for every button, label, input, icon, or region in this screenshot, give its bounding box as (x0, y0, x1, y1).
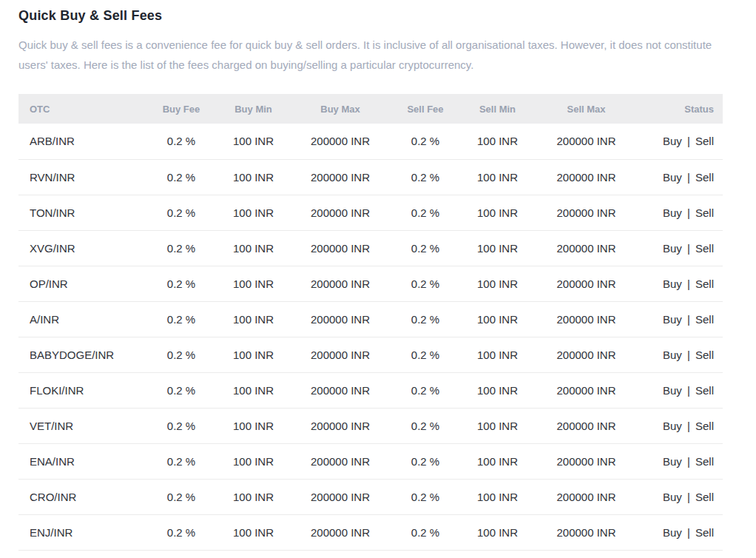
sell-link[interactable]: Sell (695, 242, 714, 255)
sell-link[interactable]: Sell (695, 135, 714, 147)
sell-link[interactable]: Sell (695, 491, 714, 503)
buy-fee-cell: 0.2 % (144, 124, 218, 159)
sell-min-cell: 100 INR (459, 266, 536, 301)
table-row: CRO/INR 0.2 % 100 INR 200000 INR 0.2 % 1… (18, 479, 723, 514)
buy-fee-cell: 0.2 % (144, 337, 218, 372)
status-cell: Buy | Sell (636, 514, 723, 550)
buy-link[interactable]: Buy (663, 420, 682, 432)
table-header-row: OTC Buy Fee Buy Min Buy Max Sell Fee Sel… (18, 94, 723, 124)
status-divider: | (687, 526, 690, 539)
buy-link[interactable]: Buy (663, 242, 682, 255)
pair-cell: TON/INR (18, 195, 144, 230)
buy-link[interactable]: Buy (663, 455, 682, 468)
buy-link[interactable]: Buy (663, 349, 682, 361)
buy-min-cell: 100 INR (218, 408, 288, 443)
buy-max-cell: 200000 INR (288, 301, 392, 337)
sell-min-cell: 100 INR (459, 372, 536, 408)
sell-link[interactable]: Sell (695, 526, 714, 539)
column-header-buy-fee: Buy Fee (144, 94, 218, 124)
pair-cell: OP/INR (18, 266, 144, 301)
sell-min-cell: 100 INR (459, 479, 536, 514)
buy-min-cell: 100 INR (218, 159, 288, 195)
buy-max-cell: 200000 INR (288, 230, 392, 266)
pair-cell: FLOKI/INR (18, 372, 144, 408)
buy-max-cell: 200000 INR (288, 443, 392, 479)
status-divider: | (687, 491, 690, 503)
sell-max-cell: 200000 INR (536, 230, 636, 266)
quick-buy-sell-fees-page: Quick Buy & Sell Fees Quick buy & sell f… (0, 0, 756, 558)
buy-max-cell: 200000 INR (288, 159, 392, 195)
buy-link[interactable]: Buy (663, 206, 682, 219)
sell-min-cell: 100 INR (459, 443, 536, 479)
pair-cell: VET/INR (18, 408, 144, 443)
sell-fee-cell: 0.2 % (392, 479, 459, 514)
sell-link[interactable]: Sell (695, 455, 714, 468)
status-divider: | (687, 242, 690, 255)
buy-max-cell: 200000 INR (288, 372, 392, 408)
status-cell: Buy | Sell (636, 301, 723, 337)
status-cell: Buy | Sell (636, 195, 723, 230)
status-cell: Buy | Sell (636, 266, 723, 301)
status-divider: | (687, 171, 690, 184)
buy-fee-cell: 0.2 % (144, 514, 218, 550)
buy-fee-cell: 0.2 % (144, 479, 218, 514)
column-header-buy-max: Buy Max (288, 94, 392, 124)
status-divider: | (687, 206, 690, 219)
sell-min-cell: 100 INR (459, 408, 536, 443)
sell-link[interactable]: Sell (695, 278, 714, 290)
buy-fee-cell: 0.2 % (144, 408, 218, 443)
sell-fee-cell: 0.2 % (392, 195, 459, 230)
status-cell: Buy | Sell (636, 408, 723, 443)
buy-link[interactable]: Buy (663, 313, 682, 326)
sell-link[interactable]: Sell (695, 420, 714, 432)
status-divider: | (687, 384, 690, 397)
status-cell: Buy | Sell (636, 479, 723, 514)
sell-link[interactable]: Sell (695, 313, 714, 326)
buy-fee-cell: 0.2 % (144, 301, 218, 337)
sell-min-cell: 100 INR (459, 301, 536, 337)
buy-min-cell: 100 INR (218, 337, 288, 372)
sell-min-cell: 100 INR (459, 514, 536, 550)
sell-min-cell: 100 INR (459, 159, 536, 195)
pair-cell: ENA/INR (18, 443, 144, 479)
pair-cell: RVN/INR (18, 159, 144, 195)
status-divider: | (687, 455, 690, 468)
buy-link[interactable]: Buy (663, 491, 682, 503)
sell-link[interactable]: Sell (695, 206, 714, 219)
buy-link[interactable]: Buy (663, 278, 682, 290)
sell-max-cell: 200000 INR (536, 124, 636, 159)
sell-link[interactable]: Sell (695, 349, 714, 361)
buy-link[interactable]: Buy (663, 171, 682, 184)
table-row: A/INR 0.2 % 100 INR 200000 INR 0.2 % 100… (18, 301, 723, 337)
pair-cell: A/INR (18, 301, 144, 337)
status-cell: Buy | Sell (636, 230, 723, 266)
sell-fee-cell: 0.2 % (392, 408, 459, 443)
status-cell: Buy | Sell (636, 443, 723, 479)
column-header-sell-fee: Sell Fee (392, 94, 459, 124)
status-cell: Buy | Sell (636, 337, 723, 372)
buy-min-cell: 100 INR (218, 443, 288, 479)
sell-max-cell: 200000 INR (536, 337, 636, 372)
buy-max-cell: 200000 INR (288, 195, 392, 230)
sell-max-cell: 200000 INR (536, 479, 636, 514)
status-cell: Buy | Sell (636, 372, 723, 408)
buy-link[interactable]: Buy (663, 135, 682, 147)
column-header-otc: OTC (18, 94, 144, 124)
table-row: FLOKI/INR 0.2 % 100 INR 200000 INR 0.2 %… (18, 372, 723, 408)
sell-link[interactable]: Sell (695, 384, 714, 397)
buy-link[interactable]: Buy (663, 384, 682, 397)
sell-max-cell: 200000 INR (536, 159, 636, 195)
buy-min-cell: 100 INR (218, 479, 288, 514)
status-cell: Buy | Sell (636, 159, 723, 195)
table-row: RVN/INR 0.2 % 100 INR 200000 INR 0.2 % 1… (18, 159, 723, 195)
table-row: XVG/INR 0.2 % 100 INR 200000 INR 0.2 % 1… (18, 230, 723, 266)
column-header-sell-min: Sell Min (459, 94, 536, 124)
status-divider: | (687, 313, 690, 326)
sell-min-cell: 100 INR (459, 124, 536, 159)
table-row: ARB/INR 0.2 % 100 INR 200000 INR 0.2 % 1… (18, 124, 723, 159)
pair-cell: BABYDOGE/INR (18, 337, 144, 372)
table-row: VET/INR 0.2 % 100 INR 200000 INR 0.2 % 1… (18, 408, 723, 443)
buy-link[interactable]: Buy (663, 526, 682, 539)
sell-link[interactable]: Sell (695, 171, 714, 184)
sell-max-cell: 200000 INR (536, 266, 636, 301)
